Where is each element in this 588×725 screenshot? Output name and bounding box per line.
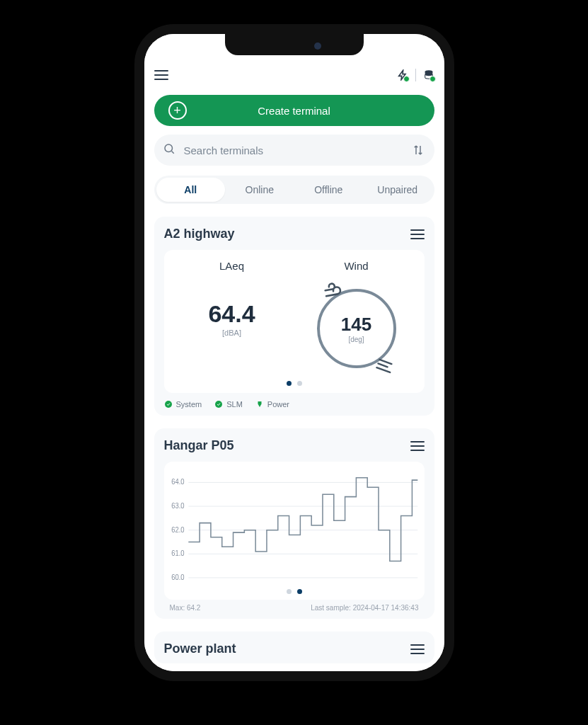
connection-status-icon[interactable] [397, 69, 408, 81]
svg-point-2 [165, 401, 172, 408]
metric-wind: Wind 145 [deg] [294, 260, 419, 374]
page-dots[interactable] [170, 381, 419, 386]
status-row: System SLM Power [164, 400, 425, 409]
terminal-card-power: Power plant [154, 632, 434, 663]
terminal-card-a2: A2 highway LAeq 64.4 [dBA] [154, 217, 434, 416]
create-terminal-label: Create terminal [258, 105, 330, 117]
card-menu-button[interactable] [410, 229, 425, 239]
page-dots[interactable] [167, 589, 422, 594]
status-power: Power [255, 400, 289, 409]
plus-icon: + [168, 101, 187, 120]
tab-offline[interactable]: Offline [294, 178, 364, 202]
card-title: Power plant [164, 641, 236, 656]
filter-tabs: All Online Offline Unpaired [154, 176, 434, 204]
database-status-icon[interactable] [423, 69, 434, 81]
tab-unpaired[interactable]: Unpaired [363, 178, 432, 202]
card-title: A2 highway [164, 227, 235, 241]
svg-text:62.0: 62.0 [171, 525, 185, 533]
menu-button[interactable] [154, 70, 168, 80]
card-title: Hangar P05 [164, 438, 234, 453]
svg-text:63.0: 63.0 [171, 502, 185, 510]
chart-max-label: Max: 64.2 [170, 604, 201, 612]
wind-unit: [deg] [348, 336, 364, 343]
svg-text:60.0: 60.0 [171, 573, 185, 581]
status-system: System [164, 400, 202, 409]
metric-label: LAeq [219, 260, 244, 272]
tab-online[interactable]: Online [225, 178, 294, 202]
status-slm: SLM [214, 400, 243, 409]
metric-value: 64.4 [208, 302, 255, 326]
metric-laeq: LAeq 64.4 [dBA] [170, 260, 294, 374]
wind-gauge: 145 [deg] [311, 283, 402, 374]
card-menu-button[interactable] [410, 441, 425, 451]
svg-text:64.0: 64.0 [171, 478, 185, 486]
chart-last-sample-label: Last sample: 2024-04-17 14:36:43 [311, 604, 418, 612]
svg-point-3 [215, 401, 222, 408]
terminal-card-hangar: Hangar P05 60.061.062.063.064.0 Max: 64.… [154, 428, 434, 619]
metric-label: Wind [344, 260, 368, 272]
sort-button[interactable] [410, 142, 426, 158]
svg-point-1 [165, 144, 173, 152]
wind-value: 145 [341, 314, 371, 336]
separator [415, 69, 416, 81]
chart: 60.061.062.063.064.0 [167, 469, 422, 582]
metric-unit: [dBA] [222, 329, 241, 337]
card-menu-button[interactable] [410, 644, 425, 654]
tab-all[interactable]: All [156, 178, 226, 202]
svg-text:61.0: 61.0 [171, 549, 185, 557]
chart-panel: 60.061.062.063.064.0 [164, 462, 425, 600]
search-icon [163, 142, 175, 158]
search-input[interactable] [175, 144, 410, 156]
create-terminal-button[interactable]: + Create terminal [154, 95, 434, 126]
